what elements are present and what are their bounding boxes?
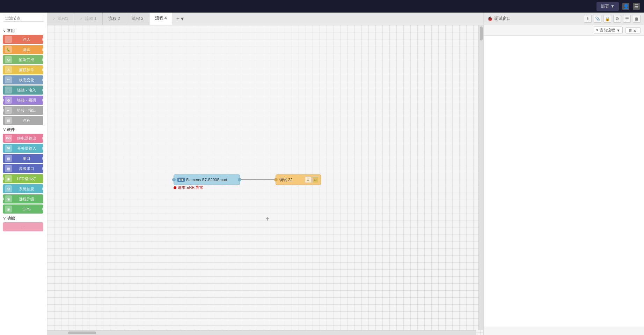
- canvas-scrollbar-horizontal[interactable]: [47, 330, 476, 335]
- link-out-label: 链接 - 输出: [12, 108, 41, 113]
- canvas-scrollbar-vertical[interactable]: [478, 25, 483, 330]
- tab-flow3[interactable]: 流程 3: [126, 13, 149, 25]
- right-panel-title: 调试窗口: [494, 16, 511, 22]
- complete-label: 监听完成: [12, 57, 41, 62]
- filter-dropdown: ▼: [616, 28, 620, 32]
- all-label: all: [634, 28, 637, 32]
- tab-add-button[interactable]: + ▾: [173, 15, 187, 22]
- canvas-content: SIE Siemens S7-S200Smart 请求 ERR 异常 调试 22: [47, 25, 483, 335]
- sidebar-nodes: 常用 → 注入 🐛 调试 ◎ 监听完成 ⚠ 捕获异常 〜: [0, 24, 47, 335]
- catch-label: 捕获异常: [12, 67, 41, 73]
- category-hardware[interactable]: 硬件: [3, 127, 44, 132]
- right-panel-bottom: [484, 327, 644, 335]
- serial-adv-icon: ▦: [5, 165, 12, 172]
- sysinfo-label: 系统信息: [12, 186, 41, 192]
- delete-button[interactable]: 🗑: [633, 15, 641, 23]
- category-function[interactable]: 功能: [3, 216, 44, 221]
- ota-port-left: [1, 198, 4, 200]
- siemens-badge: SIE: [177, 178, 185, 182]
- node-comment[interactable]: ▦ 注程: [3, 116, 43, 125]
- complete-icon: ◎: [5, 56, 12, 63]
- filter-all[interactable]: 🗑 all: [625, 27, 641, 34]
- led-label: LED指示灯: [12, 176, 41, 181]
- link-call-port: [42, 99, 45, 102]
- node-switch-in[interactable]: DI 开关量输入: [3, 144, 43, 153]
- comment-icon: ▦: [5, 117, 12, 124]
- right-panel-header: 🐞 调试窗口 ℹ 📎 🔒 ⚙ ☰ 🗑: [484, 13, 644, 25]
- node-inject[interactable]: → 注入: [3, 35, 43, 44]
- inject-icon: →: [5, 36, 12, 43]
- node-link-call[interactable]: ⚙ 链接 - 回调: [3, 96, 43, 105]
- node-link-out[interactable]: ⌐ 链接 - 输出: [3, 106, 43, 115]
- node-link-in[interactable]: 🔧 链接 - 输入: [3, 85, 43, 95]
- serial-adv-port: [42, 167, 45, 170]
- debug-flow-node[interactable]: 调试 22 ⚙ □: [276, 174, 321, 185]
- node-function-placeholder[interactable]: ...: [3, 222, 43, 231]
- settings-button[interactable]: ⚙: [613, 15, 621, 23]
- canvas-add-button[interactable]: +: [265, 215, 270, 223]
- debug-port: [42, 48, 45, 51]
- sidebar: 常用 → 注入 🐛 调试 ◎ 监听完成 ⚠ 捕获异常 〜: [0, 13, 47, 335]
- tab-flow4-label: 流程 4: [155, 15, 167, 21]
- attach-button[interactable]: 📎: [594, 15, 601, 23]
- switch-in-icon: DI: [5, 145, 12, 152]
- node-error: 请求 ERR 异常: [174, 185, 203, 190]
- info-button[interactable]: ℹ: [584, 15, 592, 23]
- error-dot: [174, 186, 176, 189]
- right-panel-title-area: 🐞 调试窗口: [487, 16, 581, 22]
- category-common[interactable]: 常用: [3, 28, 44, 34]
- filter-current-flow[interactable]: ▾ 当前流程 ▼: [594, 27, 623, 34]
- sysinfo-port: [42, 187, 45, 190]
- node-serial[interactable]: ▦ 串口: [3, 154, 43, 163]
- top-bar: 部署 ▼ 👤 ☰: [0, 0, 644, 13]
- node-debug[interactable]: 🐛 调试: [3, 45, 43, 54]
- link-in-port: [42, 89, 45, 91]
- siemens-right-port: [238, 178, 241, 181]
- debug-toggle-icon[interactable]: □: [312, 177, 319, 183]
- node-serial-adv[interactable]: ▦ 高级串口: [3, 164, 43, 173]
- deploy-dropdown-icon[interactable]: ▼: [610, 4, 615, 9]
- siemens-node[interactable]: SIE Siemens S7-S200Smart: [174, 174, 240, 185]
- node-ota[interactable]: ◉ 远程升级: [3, 194, 43, 203]
- node-sysinfo[interactable]: ⚙ 系统信息: [3, 184, 43, 193]
- tab-flow0[interactable]: ✓ 流程1: [47, 13, 74, 25]
- plus-icon: +: [265, 215, 270, 223]
- serial-adv-label: 高级串口: [12, 166, 41, 171]
- tab-dropdown-icon: ▾: [181, 15, 184, 22]
- list-button[interactable]: ☰: [623, 15, 631, 23]
- switch-in-port: [42, 147, 45, 150]
- lock-button[interactable]: 🔒: [603, 15, 611, 23]
- node-status[interactable]: 〜 状态变化: [3, 75, 43, 84]
- node-relay-out[interactable]: DO 继电器输出: [3, 134, 43, 143]
- user-icon[interactable]: 👤: [622, 3, 629, 10]
- right-panel-body: [484, 36, 644, 327]
- node-led[interactable]: ◉ LED指示灯: [3, 174, 43, 183]
- relay-out-port: [42, 137, 45, 140]
- switch-in-label: 开关量输入: [12, 146, 41, 151]
- deploy-button[interactable]: 部署 ▼: [597, 2, 619, 11]
- status-port: [42, 79, 45, 81]
- debug-left-port: [274, 178, 278, 181]
- canvas-area[interactable]: SIE Siemens S7-S200Smart 请求 ERR 异常 调试 22: [47, 25, 483, 335]
- node-catch[interactable]: ⚠ 捕获异常: [3, 65, 43, 74]
- gps-label: GPS: [12, 207, 41, 211]
- debug-label-area: 调试 22: [276, 177, 305, 183]
- ota-icon: ◉: [5, 195, 12, 202]
- tab-flow4[interactable]: 流程 4: [149, 13, 173, 25]
- debug-settings-icon[interactable]: ⚙: [305, 177, 311, 183]
- menu-icon[interactable]: ☰: [633, 3, 640, 10]
- search-input[interactable]: [3, 15, 44, 22]
- tab-flow2[interactable]: 流程 2: [103, 13, 126, 25]
- link-in-icon: 🔧: [5, 87, 12, 94]
- tab-flow1[interactable]: ✓ 流程 1: [74, 13, 103, 25]
- comment-label: 注程: [12, 118, 41, 123]
- complete-port: [42, 58, 45, 61]
- node-gps[interactable]: ◉ GPS: [3, 204, 43, 214]
- tab-flow2-label: 流程 2: [108, 16, 120, 22]
- node-complete[interactable]: ◎ 监听完成: [3, 55, 43, 64]
- siemens-label: Siemens S7-S200Smart: [186, 178, 227, 182]
- sysinfo-icon: ⚙: [5, 185, 12, 192]
- debug-label: 调试: [12, 47, 41, 52]
- tab-flow1-label: 流程 1: [85, 16, 97, 22]
- gps-port: [42, 208, 45, 210]
